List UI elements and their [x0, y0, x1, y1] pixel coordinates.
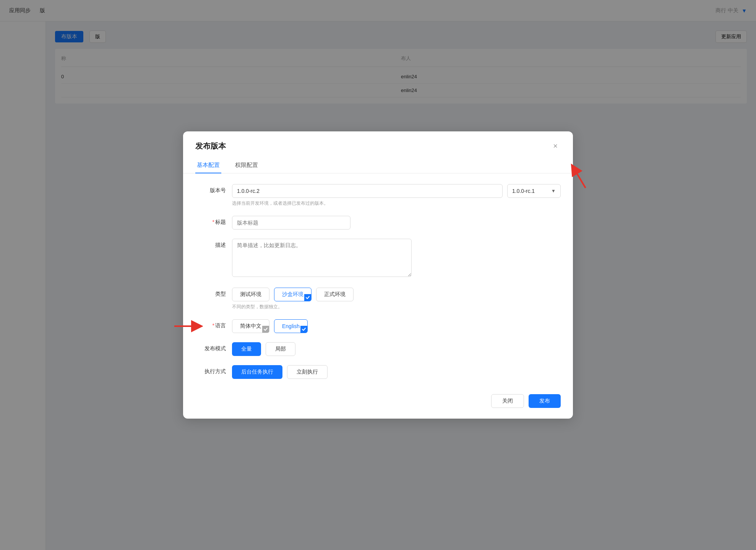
label-title: 标题 — [195, 216, 226, 226]
form-row-language: 语言 简体中文 English — [195, 319, 561, 333]
execution-mode-btn-group: 后台任务执行 立刻执行 — [232, 365, 561, 379]
zh-check-badge — [262, 326, 269, 333]
publish-mode-btn-group: 全量 局部 — [232, 342, 561, 356]
version-content: 1.0.0-rc.1 ▼ 选择当前开发环境，或者选择已发布过的版本。 — [232, 184, 561, 207]
dialog-title: 发布版本 — [195, 141, 226, 151]
publish-mode-full-btn[interactable]: 全量 — [232, 342, 261, 356]
form-row-description: 描述 — [195, 239, 561, 278]
title-content — [232, 216, 561, 230]
dialog-footer: 关闭 发布 — [183, 388, 573, 419]
en-check-badge — [300, 326, 307, 333]
publish-mode-partial-btn[interactable]: 局部 — [266, 342, 295, 356]
type-btn-production[interactable]: 正式环境 — [316, 288, 354, 301]
lang-btn-zh[interactable]: 简体中文 — [232, 319, 269, 333]
dialog-header: 发布版本 × — [183, 131, 573, 151]
dialog-body: 版本号 1.0.0-rc.1 ▼ 选择当前开发环境，或者选择已发布过的版本。 — [183, 173, 573, 388]
exec-mode-immediate-btn[interactable]: 立刻执行 — [287, 365, 328, 379]
version-input[interactable] — [232, 184, 503, 198]
description-content — [232, 239, 561, 278]
tab-permission-config[interactable]: 权限配置 — [234, 158, 260, 173]
type-hint: 不同的类型，数据独立。 — [232, 304, 561, 310]
description-textarea[interactable] — [232, 239, 412, 277]
red-arrow-version — [568, 163, 591, 190]
type-btn-group: 测试环境 沙盒环境 正式环境 — [232, 288, 561, 301]
version-hint: 选择当前开发环境，或者选择已发布过的版本。 — [232, 200, 561, 207]
version-select-value: 1.0.0-rc.1 — [512, 188, 535, 194]
red-arrow-language — [172, 319, 203, 338]
cancel-button[interactable]: 关闭 — [491, 394, 524, 408]
label-publish-mode: 发布模式 — [195, 342, 226, 352]
label-version: 版本号 — [195, 184, 226, 194]
execution-mode-content: 后台任务执行 立刻执行 — [232, 365, 561, 379]
svg-line-1 — [574, 169, 586, 188]
version-row: 1.0.0-rc.1 ▼ — [232, 184, 561, 198]
type-content: 测试环境 沙盒环境 正式环境 不同的类型，数据独立。 — [232, 288, 561, 310]
submit-button[interactable]: 发布 — [529, 394, 561, 408]
language-content: 简体中文 English — [232, 319, 561, 333]
lang-btn-en[interactable]: English — [274, 319, 308, 333]
exec-mode-background-btn[interactable]: 后台任务执行 — [232, 365, 282, 379]
form-row-execution-mode: 执行方式 后台任务执行 立刻执行 — [195, 365, 561, 379]
publish-dialog: 发布版本 × 基本配置 权限配置 版本号 1.0.0-rc.1 ▼ 选择当前开发… — [183, 131, 573, 419]
label-description: 描述 — [195, 239, 226, 249]
label-type: 类型 — [195, 288, 226, 298]
dialog-close-button[interactable]: × — [550, 141, 561, 151]
title-input[interactable] — [232, 216, 350, 230]
publish-mode-content: 全量 局部 — [232, 342, 561, 356]
form-row-version: 版本号 1.0.0-rc.1 ▼ 选择当前开发环境，或者选择已发布过的版本。 — [195, 184, 561, 207]
type-btn-test[interactable]: 测试环境 — [232, 288, 269, 301]
version-select-dropdown[interactable]: 1.0.0-rc.1 ▼ — [507, 184, 561, 198]
form-row-type: 类型 测试环境 沙盒环境 正式环境 不同的类型，数据独立。 — [195, 288, 561, 310]
chevron-down-icon: ▼ — [551, 188, 556, 194]
type-btn-sandbox[interactable]: 沙盒环境 — [274, 288, 311, 301]
form-row-publish-mode: 发布模式 全量 局部 — [195, 342, 561, 356]
tab-basic-config[interactable]: 基本配置 — [195, 158, 221, 173]
dialog-tabs: 基本配置 权限配置 — [183, 157, 573, 173]
language-btn-group: 简体中文 English — [232, 319, 561, 333]
form-row-title: 标题 — [195, 216, 561, 230]
sandbox-check-badge — [304, 294, 311, 301]
label-execution-mode: 执行方式 — [195, 365, 226, 375]
